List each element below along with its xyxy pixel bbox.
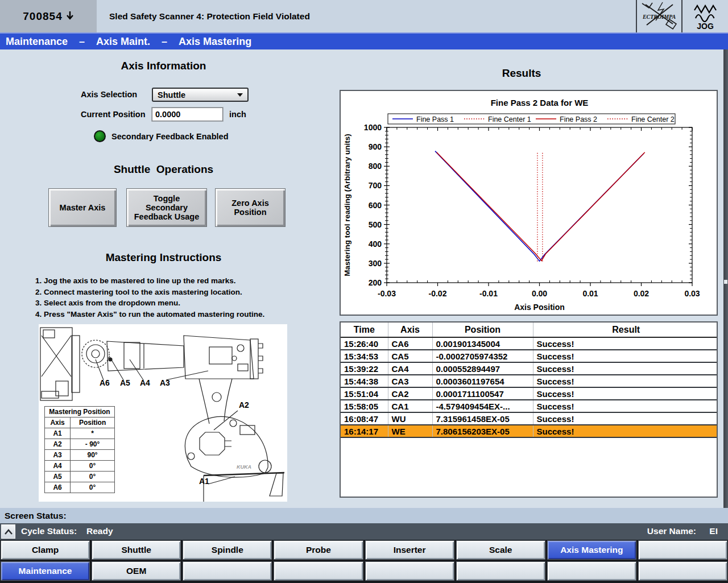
results-column-result: Result	[533, 322, 718, 337]
breadcrumb-separator: –	[79, 36, 85, 48]
nav-inserter-button[interactable]: Inserter	[365, 540, 454, 560]
down-arrow-icon	[66, 11, 74, 22]
nav-empty-button[interactable]	[365, 561, 454, 581]
breadcrumb: Maintenance – Axis Maint. – Axis Masteri…	[0, 32, 728, 49]
chevron-down-icon	[237, 93, 243, 97]
nav-spindle-button[interactable]: Spindle	[183, 540, 272, 560]
jog-mode-button[interactable]: JOG	[681, 0, 728, 32]
svg-text:300: 300	[369, 259, 382, 268]
nav-empty-button[interactable]	[638, 540, 727, 560]
current-position-input[interactable]	[152, 107, 223, 121]
axis-label-a4: A4	[140, 378, 150, 387]
nav-shuttle-button[interactable]: Shuttle	[92, 540, 181, 560]
results-table-cell: 16:14:17	[341, 425, 388, 437]
mastering-table-cell: 0°	[71, 472, 115, 482]
screen-status-bar: Screen Status:	[0, 508, 728, 523]
mastering-position-table: Mastering PositionAxisPositionA1*A2- 90°…	[44, 406, 115, 493]
nav-clamp-button[interactable]: Clamp	[1, 540, 90, 560]
results-table-cell: 0.0003601197654	[432, 375, 533, 387]
results-table-cell: 0.0001711100547	[432, 387, 533, 400]
mastering-table-row: A2- 90°	[45, 439, 115, 450]
scrollbar-handle[interactable]	[724, 280, 727, 284]
results-table-cell: 7.806156203EX-05	[432, 425, 533, 437]
breadcrumb-axis-mastering[interactable]: Axis Mastering	[179, 36, 251, 48]
svg-text:500: 500	[369, 220, 382, 229]
master-axis-button[interactable]: Master Axis	[48, 188, 117, 227]
mastering-table-header: Position	[71, 417, 115, 428]
electroimpact-logo-button[interactable]: ECTROIMPA	[636, 0, 681, 32]
svg-text:0.02: 0.02	[634, 289, 649, 298]
breadcrumb-axis-maint[interactable]: Axis Maint.	[96, 36, 150, 48]
svg-text:Fine Pass 1: Fine Pass 1	[416, 115, 454, 123]
svg-text:Fine Center 2: Fine Center 2	[631, 115, 675, 123]
axis-selection-dropdown[interactable]: Shuttle	[152, 88, 249, 102]
results-table-cell: 15:34:53	[341, 350, 388, 362]
top-bar: 700854 Sled Safety Scanner 4: Protection…	[0, 0, 728, 32]
zero-axis-position-button[interactable]: Zero Axis Position	[215, 188, 286, 227]
mastering-table-row: A390°	[45, 450, 115, 461]
nav-axis-mastering-button[interactable]: Axis Mastering	[547, 540, 636, 560]
mastering-table-cell: 90°	[71, 450, 115, 461]
results-table-cell: Success!	[533, 412, 718, 425]
results-table-cell: 7.315961458EX-05	[432, 412, 533, 425]
axis-label-a3: A3	[160, 378, 170, 387]
nav-maintenance-button[interactable]: Maintenance	[1, 561, 90, 581]
mastering-table-cell: A6	[45, 482, 71, 493]
mastering-table-row: A1*	[45, 428, 115, 439]
breadcrumb-separator: –	[162, 36, 167, 48]
nav-oem-button[interactable]: OEM	[92, 561, 181, 581]
axis-selection-value: Shuttle	[158, 90, 185, 100]
results-table-header-row: TimeAxisPositionResult	[341, 322, 718, 337]
nav-empty-button[interactable]	[183, 561, 272, 581]
mastering-table-cell: A4	[45, 461, 71, 472]
right-scrollbar[interactable]	[723, 49, 728, 508]
nav-probe-button[interactable]: Probe	[274, 540, 363, 560]
results-table-row[interactable]: 15:34:53CA5-0.0002705974352Success!	[341, 350, 718, 362]
instruction-step-2: 2. Connect mastering tool to the axis ma…	[35, 287, 308, 298]
position-unit-label: inch	[229, 110, 246, 119]
results-table-cell: CA1	[388, 400, 432, 412]
axis-selection-label: Axis Selection	[81, 90, 137, 99]
results-chart: Fine Pass 2 Data for WEFine Pass 1Fine C…	[340, 90, 718, 316]
results-table-row[interactable]: 15:58:05CA1-4.579409454EX-...Success!	[341, 400, 718, 412]
mastering-instructions-list: 1. Jog the axis to be mastered to line u…	[35, 275, 308, 320]
svg-text:Axis Position: Axis Position	[514, 303, 565, 312]
instruction-step-3: 3. Select axis from the dropdown menu.	[35, 297, 308, 309]
logo-text: ECTROIMPA	[642, 14, 676, 20]
results-table-cell: 15:58:05	[341, 400, 388, 412]
nav-empty-button[interactable]	[456, 561, 545, 581]
results-table-row[interactable]: 15:39:22CA40.000552894497Success!	[341, 362, 718, 375]
results-table-cell: Success!	[533, 425, 718, 437]
mastering-table-title: Mastering Position	[45, 407, 115, 417]
collapse-panel-button[interactable]	[1, 524, 15, 539]
mastering-table-cell: A1	[45, 428, 71, 439]
chevron-up-icon	[5, 529, 13, 535]
svg-text:200: 200	[369, 278, 382, 287]
nav-empty-button[interactable]	[274, 561, 363, 581]
jog-icon	[691, 3, 719, 23]
mastering-instructions-title: Mastering Instructions	[57, 251, 270, 264]
toggle-secondary-feedback-button[interactable]: Toggle Secondary Feedback Usage	[126, 188, 207, 227]
mastering-table-cell: A3	[45, 450, 71, 461]
bottom-navigation: ClampShuttleSpindleProbeInserterScaleAxi…	[0, 540, 728, 583]
robot-diagram: KUKA A6A5A4A3A2A1 Mastering PositionAxis…	[39, 324, 287, 502]
results-table-panel: TimeAxisPositionResult15:26:40CA60.00190…	[340, 321, 718, 498]
results-title: Results	[436, 67, 607, 80]
nav-scale-button[interactable]: Scale	[456, 540, 545, 560]
svg-text:700: 700	[369, 181, 382, 190]
results-table-row[interactable]: 15:26:40CA60.001901345004Success!	[341, 337, 718, 350]
results-table-cell: 16:08:47	[341, 412, 388, 425]
results-table-row[interactable]: 15:44:38CA30.0003601197654Success!	[341, 375, 718, 387]
results-table-row[interactable]: 15:51:04CA20.0001711100547Success!	[341, 387, 718, 400]
results-table-row[interactable]: 16:14:17WE7.806156203EX-05Success!	[341, 425, 718, 437]
breadcrumb-maintenance[interactable]: Maintenance	[6, 36, 68, 48]
nav-empty-button[interactable]	[638, 561, 727, 581]
program-id-box[interactable]: 700854	[0, 0, 97, 32]
nav-empty-button[interactable]	[547, 561, 636, 581]
results-table-cell: -0.0002705974352	[432, 350, 533, 362]
svg-text:Fine Pass 2 Data for WE: Fine Pass 2 Data for WE	[491, 98, 589, 107]
mastering-table-cell: 0°	[71, 482, 115, 493]
results-table-cell: 15:44:38	[341, 375, 388, 387]
svg-text:Mastering tool reading (Arbitr: Mastering tool reading (Arbitrary units)	[343, 134, 351, 276]
results-table-row[interactable]: 16:08:47WU7.315961458EX-05Success!	[341, 412, 718, 425]
